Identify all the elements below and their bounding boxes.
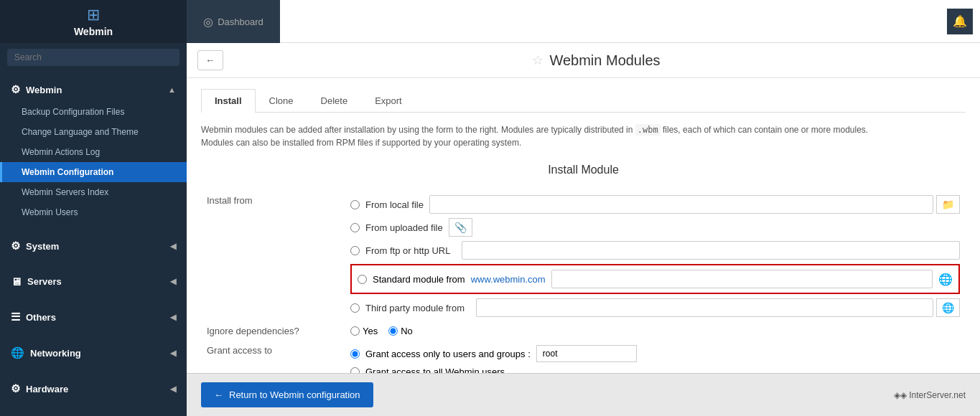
ignore-deps-no-group: No xyxy=(388,326,413,336)
sidebar-item-backup-config[interactable]: Backup Configuration Files xyxy=(0,102,187,122)
sidebar-section-system-header[interactable]: ⚙ System ◀ xyxy=(0,234,187,258)
footer-logo: ◈◈ InterServer.net xyxy=(894,390,966,400)
tabs: Install Clone Delete Export xyxy=(201,89,966,113)
top-bar: ⊞ Webmin ◎ Dashboard 🔔 xyxy=(0,0,980,43)
dashboard-icon: ◎ xyxy=(203,15,213,29)
grant-specific-radio[interactable] xyxy=(350,349,360,359)
grant-access-radio-group: Grant access only to users and groups : … xyxy=(350,345,960,373)
third-party-row: Third party module from 🌐 xyxy=(350,298,960,317)
sidebar-item-webmin-config[interactable]: Webmin Configuration xyxy=(0,162,187,182)
dashboard-tab[interactable]: ◎ Dashboard xyxy=(187,0,280,43)
grant-all-row: Grant access to all Webmin users xyxy=(350,367,960,373)
standard-module-radio[interactable] xyxy=(358,275,367,284)
ftp-url-input[interactable] xyxy=(462,241,960,260)
grant-all-radio[interactable] xyxy=(350,367,360,373)
webmin-section-chevron: ▲ xyxy=(168,85,176,94)
third-party-radio[interactable] xyxy=(350,303,360,313)
back-button[interactable]: ← xyxy=(197,50,223,70)
sidebar-section-webmin-header[interactable]: ⚙ Webmin ▲ xyxy=(0,77,187,102)
ignore-deps-label: Ignore dependencies? xyxy=(201,321,345,341)
install-from-label: Install from xyxy=(201,191,345,321)
tab-clone[interactable]: Clone xyxy=(256,89,307,112)
sidebar-item-webmin-actions[interactable]: Webmin Actions Log xyxy=(0,142,187,162)
local-file-input-group: 📁 xyxy=(429,195,960,214)
uploaded-file-radio[interactable] xyxy=(350,223,360,232)
grant-users-input[interactable] xyxy=(536,345,637,362)
uploaded-file-button[interactable]: 📎 xyxy=(449,218,472,237)
footer-logo-icon: ◈◈ xyxy=(894,390,907,400)
ignore-deps-yes-radio[interactable] xyxy=(350,326,360,336)
sidebar-section-cluster: ◈ Cluster ◀ xyxy=(0,407,187,416)
content-header: ← ☆ Webmin Modules xyxy=(187,43,980,78)
sidebar-section-networking: 🌐 Networking ◀ xyxy=(0,335,187,371)
standard-module-input[interactable] xyxy=(551,270,933,288)
tab-export[interactable]: Export xyxy=(361,89,416,112)
grant-specific-label: Grant access only to users and groups : xyxy=(365,349,531,359)
search-input[interactable] xyxy=(7,49,179,66)
sidebar-item-change-lang[interactable]: Change Language and Theme xyxy=(0,122,187,142)
sidebar-item-webmin-users[interactable]: Webmin Users xyxy=(0,202,187,222)
servers-section-icon: 🖥 xyxy=(11,275,22,288)
webmin-logo-icon: ⊞ xyxy=(87,6,100,24)
third-party-globe-button[interactable]: 🌐 xyxy=(936,298,960,317)
description-text: Webmin modules can be added after instal… xyxy=(201,123,966,149)
install-from-row: Install from From local file xyxy=(201,191,966,321)
local-file-browse-button[interactable]: 📁 xyxy=(936,195,960,214)
sidebar-section-webmin: ⚙ Webmin ▲ Backup Configuration Files Ch… xyxy=(0,72,187,228)
dashboard-label: Dashboard xyxy=(218,16,263,27)
ignore-deps-row: Ignore dependencies? Yes No xyxy=(201,321,966,341)
uploaded-file-input-group: 📎 xyxy=(449,218,472,237)
return-button[interactable]: ← Return to Webmin configuration xyxy=(201,382,373,407)
local-file-input[interactable] xyxy=(429,195,933,214)
page-title-area: ☆ Webmin Modules xyxy=(223,52,969,69)
system-section-icon: ⚙ xyxy=(11,240,20,252)
ignore-deps-no-radio[interactable] xyxy=(388,326,398,336)
sidebar-item-webmin-servers[interactable]: Webmin Servers Index xyxy=(0,182,187,202)
third-party-label: Third party module from xyxy=(365,303,465,313)
grant-specific-row: Grant access only to users and groups : xyxy=(350,345,960,362)
others-section-icon: ☰ xyxy=(11,311,20,323)
sidebar-section-hardware: ⚙ Hardware ◀ xyxy=(0,371,187,407)
tab-install[interactable]: Install xyxy=(201,89,256,113)
install-from-radio-group: From local file 📁 xyxy=(350,195,960,317)
servers-section-chevron: ◀ xyxy=(170,277,176,286)
local-file-label: From local file xyxy=(365,199,424,210)
content-footer: ← Return to Webmin configuration ◈◈ Inte… xyxy=(187,373,980,416)
sidebar: ⚙ Webmin ▲ Backup Configuration Files Ch… xyxy=(0,43,187,416)
top-bar-right: 🔔 xyxy=(280,0,980,43)
local-file-row: From local file 📁 xyxy=(350,195,960,214)
search-box xyxy=(0,43,187,72)
tab-delete[interactable]: Delete xyxy=(307,89,362,112)
sidebar-section-servers-header[interactable]: 🖥 Servers ◀ xyxy=(0,270,187,293)
sidebar-section-others-label: Others xyxy=(26,312,56,323)
ignore-deps-radio-group: Yes No xyxy=(350,326,960,336)
install-module-title: Install Module xyxy=(201,164,966,176)
sidebar-section-system-label: System xyxy=(26,241,59,252)
main-layout: ⚙ Webmin ▲ Backup Configuration Files Ch… xyxy=(0,43,980,416)
ignore-deps-options: Yes No xyxy=(345,321,966,341)
sidebar-section-networking-header[interactable]: 🌐 Networking ◀ xyxy=(0,341,187,365)
return-arrow-icon: ← xyxy=(214,389,223,400)
hardware-section-chevron: ◀ xyxy=(170,384,176,394)
third-party-input[interactable] xyxy=(476,298,933,317)
ignore-deps-no-label: No xyxy=(401,326,413,336)
sidebar-section-cluster-header[interactable]: ◈ Cluster ◀ xyxy=(0,412,187,416)
favorite-star-icon[interactable]: ☆ xyxy=(532,52,543,68)
ignore-deps-yes-group: Yes xyxy=(350,326,378,336)
standard-module-globe-icon: 🌐 xyxy=(938,273,953,286)
grant-access-row: Grant access to Grant access only to use… xyxy=(201,341,966,373)
page-title: Webmin Modules xyxy=(549,52,660,69)
webmin-logo-text: Webmin xyxy=(74,26,113,37)
sidebar-section-others-header[interactable]: ☰ Others ◀ xyxy=(0,305,187,329)
sidebar-section-hardware-header[interactable]: ⚙ Hardware ◀ xyxy=(0,377,187,401)
webmin-com-link[interactable]: www.webmin.com xyxy=(471,274,546,285)
notification-bell-button[interactable]: 🔔 xyxy=(947,9,973,34)
grant-access-options: Grant access only to users and groups : … xyxy=(345,341,966,373)
ftp-url-label: From ftp or http URL xyxy=(365,245,450,256)
local-file-radio[interactable] xyxy=(350,200,360,209)
grant-all-label: Grant access to all Webmin users xyxy=(365,367,505,373)
ftp-url-radio[interactable] xyxy=(350,246,360,255)
content-area: ← ☆ Webmin Modules Install Clone Delete … xyxy=(187,43,980,416)
sidebar-section-networking-label: Networking xyxy=(30,348,81,359)
sidebar-section-hardware-label: Hardware xyxy=(26,384,68,394)
